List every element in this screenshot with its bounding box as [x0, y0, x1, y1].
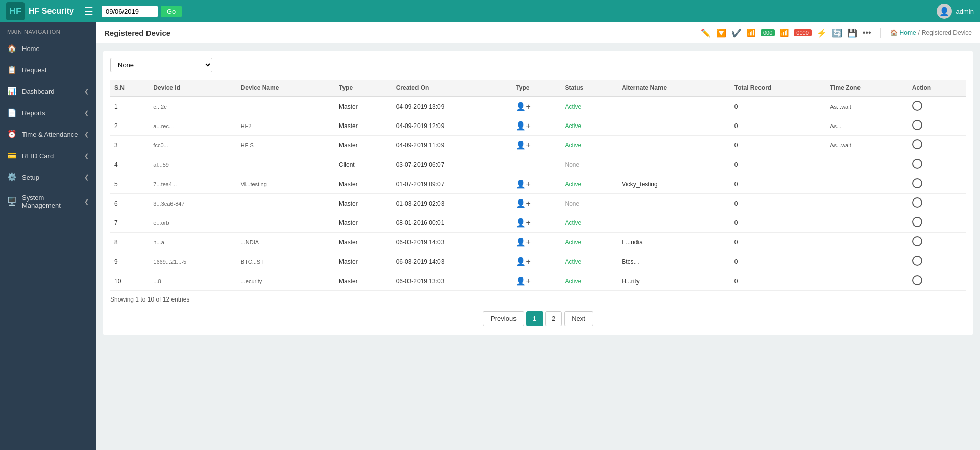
home-icon-small: 🏠 [890, 29, 898, 36]
page-2-button[interactable]: 2 [545, 311, 562, 326]
cell-timezone [826, 252, 908, 271]
cell-action[interactable] [908, 174, 966, 194]
chevron-reports-icon: ❮ [84, 110, 89, 116]
cell-total-record: 0 [730, 194, 826, 213]
cell-timezone [826, 194, 908, 213]
cell-type2: 👤+ [511, 174, 560, 194]
date-input[interactable] [102, 6, 158, 17]
more-btn[interactable]: ••• [863, 28, 871, 37]
cell-type2: 👤+ [511, 136, 560, 155]
sidebar-item-dashboard[interactable]: 📊 Dashboard ❮ [0, 81, 96, 102]
cell-action[interactable] [908, 155, 966, 174]
sidebar-item-time-attendance[interactable]: ⏰ Time & Attendance ❮ [0, 123, 96, 145]
app-title: HF Security [29, 7, 74, 16]
cell-timezone [826, 155, 908, 174]
filter-select[interactable]: None Active Inactive [110, 58, 212, 72]
cell-timezone [826, 271, 908, 291]
cell-total-record: 0 [730, 233, 826, 252]
action-circle[interactable] [912, 217, 922, 227]
header-divider [880, 28, 881, 38]
content-header: Registered Device ✏️ 🔽 ✔️ 📶 000 📶 0000 ⚡… [96, 22, 980, 43]
cell-action[interactable] [908, 116, 966, 136]
next-button[interactable]: Next [564, 311, 593, 326]
col-type: Type [335, 80, 392, 96]
sidebar-item-system-management[interactable]: 🖥️ System Management ❮ [0, 188, 96, 215]
rfid-icon: 💳 [7, 151, 17, 160]
device-table: S.N Device Id Device Name Type Created O… [110, 80, 966, 291]
action-circle[interactable] [912, 256, 922, 266]
page-1-button[interactable]: 1 [526, 311, 543, 326]
table-row: 5 7...tea4... Vi...testing Master 01-07-… [110, 174, 966, 194]
col-device-id: Device Id [149, 80, 236, 96]
cell-action[interactable] [908, 194, 966, 213]
cell-alt-name: E...ndia [618, 233, 730, 252]
action-circle[interactable] [912, 275, 922, 285]
sidebar-item-request[interactable]: 📋 Request [0, 59, 96, 81]
breadcrumb-home[interactable]: Home [900, 29, 916, 36]
user-name: admin [956, 8, 974, 15]
table-row: 2 a...rec... HF2 Master 04-09-2019 12:09… [110, 116, 966, 136]
cell-created-on: 01-03-2019 02:03 [392, 194, 512, 213]
sidebar-item-setup[interactable]: ⚙️ Setup ❮ [0, 166, 96, 188]
cell-created-on: 06-03-2019 13:03 [392, 271, 512, 291]
filter-icon-btn[interactable]: 🔽 [716, 28, 726, 38]
cell-device-id: af...59 [149, 155, 236, 174]
cell-type2 [511, 155, 560, 174]
action-circle[interactable] [912, 197, 922, 208]
table-row: 6 3...3ca6-847 Master 01-03-2019 02:03 👤… [110, 194, 966, 213]
cell-action[interactable] [908, 136, 966, 155]
cell-action[interactable] [908, 213, 966, 233]
action-circle[interactable] [912, 178, 922, 188]
cell-action[interactable] [908, 271, 966, 291]
action-circle[interactable] [912, 159, 922, 169]
col-type2: Type [511, 80, 560, 96]
go-button[interactable]: Go [161, 6, 182, 17]
cell-alt-name [618, 194, 730, 213]
cell-action[interactable] [908, 252, 966, 271]
table-row: 3 fcc0... HF S Master 04-09-2019 11:09 👤… [110, 136, 966, 155]
prev-button[interactable]: Previous [483, 311, 524, 326]
cell-created-on: 01-07-2019 09:07 [392, 174, 512, 194]
cell-type2: 👤+ [511, 233, 560, 252]
sidebar-item-home[interactable]: 🏠 Home [0, 38, 96, 59]
cell-type: Master [335, 116, 392, 136]
hamburger-menu[interactable]: ☰ [84, 5, 93, 17]
cell-status: Active [561, 271, 618, 291]
check-icon-btn[interactable]: ✔️ [731, 28, 742, 38]
cell-device-id: fcc0... [149, 136, 236, 155]
filter-btn[interactable]: ⚡ [817, 28, 827, 38]
cell-sn: 8 [110, 233, 149, 252]
cell-created-on: 04-09-2019 12:09 [392, 116, 512, 136]
edit-icon-btn[interactable]: ✏️ [701, 28, 711, 38]
sidebar-item-rfid-card[interactable]: 💳 RFID Card ❮ [0, 145, 96, 166]
sidebar-label-reports: Reports [22, 109, 45, 117]
avatar: 👤 [937, 4, 952, 19]
cell-device-id: a...rec... [149, 116, 236, 136]
action-circle[interactable] [912, 236, 922, 246]
cell-status: Active [561, 174, 618, 194]
cell-action[interactable] [908, 233, 966, 252]
refresh-btn[interactable]: 🔄 [832, 28, 842, 38]
pagination: Previous 1 2 Next [110, 311, 966, 328]
cell-device-id: e...orb [149, 213, 236, 233]
header-actions: ✏️ 🔽 ✔️ 📶 000 📶 0000 ⚡ 🔄 💾 ••• 🏠 Home / … [701, 28, 972, 38]
action-circle[interactable] [912, 101, 922, 111]
action-circle[interactable] [912, 139, 922, 149]
signal-green-icon: 📶 [747, 29, 755, 37]
cell-created-on: 06-03-2019 14:03 [392, 252, 512, 271]
cell-total-record: 0 [730, 116, 826, 136]
filter-row: None Active Inactive [110, 58, 966, 72]
cell-total-record: 0 [730, 252, 826, 271]
cell-device-name: ...NDIA [237, 233, 335, 252]
cell-alt-name [618, 96, 730, 116]
cell-created-on: 03-07-2019 06:07 [392, 155, 512, 174]
action-circle[interactable] [912, 120, 922, 130]
cell-device-id: ...8 [149, 271, 236, 291]
cell-status: Active [561, 213, 618, 233]
cell-type: Client [335, 155, 392, 174]
save-btn[interactable]: 💾 [847, 28, 857, 38]
table-header-row: S.N Device Id Device Name Type Created O… [110, 80, 966, 96]
cell-action[interactable] [908, 96, 966, 116]
cell-timezone [826, 233, 908, 252]
sidebar-item-reports[interactable]: 📄 Reports ❮ [0, 102, 96, 123]
